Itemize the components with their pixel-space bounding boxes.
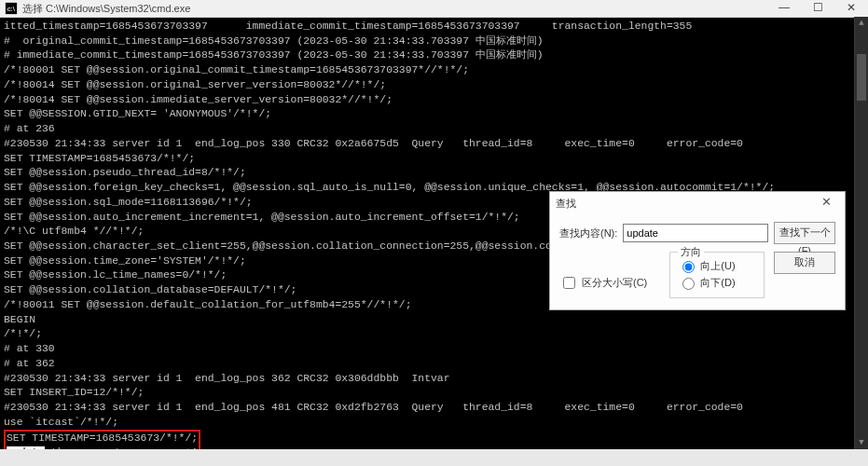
scrollbar[interactable]: ▲ ▼ bbox=[854, 17, 868, 449]
title-bar: c:\ 选择 C:\Windows\System32\cmd.exe — ☐ ✕ bbox=[0, 0, 868, 18]
cancel-button[interactable]: 取消 bbox=[774, 252, 835, 274]
line: SET @@session.time_zone='SYSTEM'/*!*/; bbox=[4, 255, 246, 267]
line: SET @@session.collation_database=DEFAULT… bbox=[4, 284, 296, 295]
direction-group: 方向 向上(U) 向下(D) bbox=[669, 252, 765, 298]
line: #230530 21:34:33 server id 1 end_log_pos… bbox=[4, 373, 450, 384]
cmd-icon: c:\ bbox=[5, 2, 18, 15]
line: SET @@session.pseudo_thread_id=8/*!*/; bbox=[4, 167, 246, 178]
frame-edge bbox=[0, 449, 868, 466]
highlight-box: SET TIMESTAMP=1685453673/*!*/; update tb… bbox=[4, 430, 200, 450]
line: BEGIN bbox=[4, 314, 35, 325]
line: SET INSERT_ID=12/*!*/; bbox=[4, 387, 144, 398]
close-button[interactable]: ✕ bbox=[834, 0, 868, 17]
line: /*!80001 SET @@session.original_commit_t… bbox=[4, 64, 469, 75]
line: /*!\C utf8mb4 *//*!*/; bbox=[4, 226, 144, 237]
dialog-close-button[interactable]: ✕ bbox=[813, 194, 839, 212]
find-input[interactable] bbox=[623, 224, 768, 242]
line: # original_commit_timestamp=168545367370… bbox=[4, 35, 544, 47]
radio-down-label: 向下(D) bbox=[700, 276, 735, 290]
line: /*!80014 SET @@session.original_server_v… bbox=[4, 79, 386, 90]
line: SET TIMESTAMP=1685453673/*!*/; bbox=[4, 153, 195, 164]
line: /*!80011 SET @@session.default_collation… bbox=[4, 299, 411, 310]
line: # at 362 bbox=[4, 358, 55, 369]
line: SET @@session.auto_increment_increment=1… bbox=[4, 212, 520, 223]
line: # at 236 bbox=[4, 123, 55, 134]
scroll-thumb[interactable] bbox=[857, 54, 866, 101]
direction-legend: 方向 bbox=[678, 245, 704, 259]
line: SET @@SESSION.GTID_NEXT= 'ANONYMOUS'/*!*… bbox=[4, 108, 271, 119]
svg-text:c:\: c:\ bbox=[7, 5, 16, 13]
radio-up-label: 向上(U) bbox=[700, 259, 735, 273]
dialog-body: 查找内容(N): 查找下一个(F) 区分大小写(C) 方向 向上(U) 向下(D… bbox=[550, 214, 845, 309]
line: SET @@session.lc_time_names=0/*!*/; bbox=[4, 269, 227, 281]
line: # at 330 bbox=[4, 343, 55, 354]
find-label: 查找内容(N): bbox=[559, 226, 617, 240]
find-next-button[interactable]: 查找下一个(F) bbox=[774, 222, 835, 244]
maximize-button[interactable]: ☐ bbox=[801, 0, 834, 17]
dialog-title: 查找 bbox=[556, 197, 813, 211]
minimize-button[interactable]: — bbox=[767, 0, 801, 17]
window-controls: — ☐ ✕ bbox=[767, 0, 868, 17]
line: # immediate_commit_timestamp=16854536737… bbox=[4, 49, 544, 61]
radio-down[interactable] bbox=[682, 278, 695, 290]
line: /*!*/; bbox=[4, 328, 42, 339]
line: SET @@session.sql_mode=1168113696/*!*/; bbox=[4, 197, 253, 208]
line: #230530 21:34:33 server id 1 end_log_pos… bbox=[4, 402, 743, 413]
find-dialog: 查找 ✕ 查找内容(N): 查找下一个(F) 区分大小写(C) 方向 向上(U)… bbox=[549, 191, 846, 310]
line: SET TIMESTAMP=1685453673/*!*/; bbox=[7, 432, 198, 444]
line: #230530 21:34:33 server id 1 end_log_pos… bbox=[4, 138, 743, 149]
scroll-down-icon[interactable]: ▼ bbox=[855, 436, 868, 449]
window-title: 选择 C:\Windows\System32\cmd.exe bbox=[22, 2, 767, 16]
line: itted_timestamp=1685453673703397 immedia… bbox=[4, 21, 692, 32]
match-case-checkbox[interactable] bbox=[563, 277, 575, 289]
line: use `itcast`/*!*/; bbox=[4, 417, 118, 428]
radio-up[interactable] bbox=[682, 261, 695, 273]
dialog-titlebar[interactable]: 查找 ✕ bbox=[550, 192, 845, 214]
scroll-up-icon[interactable]: ▲ bbox=[855, 17, 868, 30]
match-case-label: 区分大小写(C) bbox=[582, 276, 647, 290]
line: /*!80014 SET @@session.immediate_server_… bbox=[4, 94, 393, 105]
